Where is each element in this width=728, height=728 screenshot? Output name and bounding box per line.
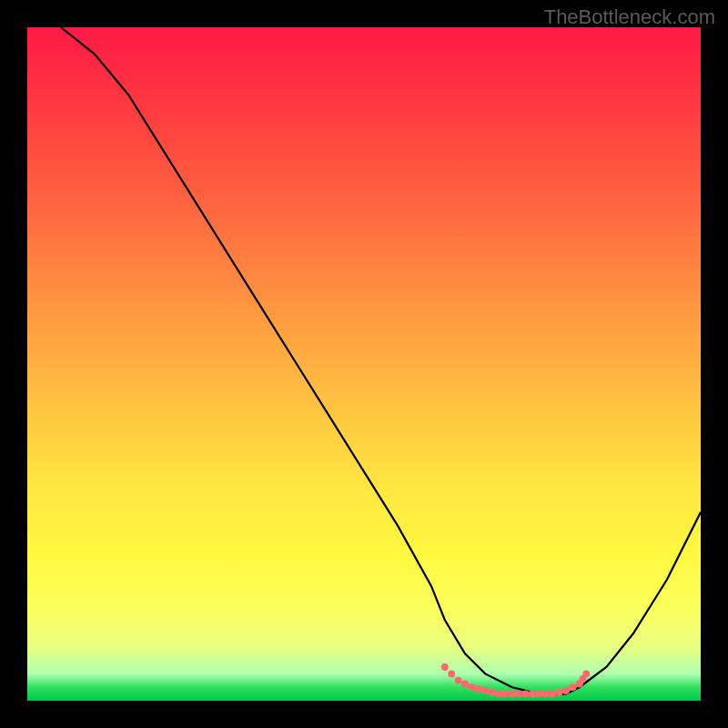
dot-point	[468, 683, 475, 691]
dotted-segment	[441, 663, 590, 698]
dot-point	[501, 691, 509, 698]
dot-point	[562, 687, 570, 694]
dot-point	[461, 681, 469, 688]
dot-point	[489, 689, 496, 696]
dot-point	[441, 663, 449, 671]
dot-point	[582, 670, 590, 677]
dot-point	[475, 685, 482, 693]
dot-point	[495, 691, 502, 698]
dot-point	[522, 691, 530, 698]
dot-point	[569, 683, 576, 691]
dot-point	[448, 670, 455, 677]
main-curve-line	[61, 27, 701, 694]
dot-point	[542, 691, 550, 698]
dot-point	[509, 691, 516, 698]
watermark-text: TheBottleneck.com	[544, 5, 715, 29]
chart-plot-area	[27, 27, 701, 701]
dot-point	[556, 689, 563, 696]
chart-svg	[27, 27, 701, 701]
dot-point	[535, 691, 542, 698]
dot-point	[455, 677, 462, 684]
dot-point	[529, 691, 536, 698]
dot-point	[515, 691, 522, 698]
dot-point	[549, 691, 556, 698]
dot-point	[481, 687, 489, 694]
